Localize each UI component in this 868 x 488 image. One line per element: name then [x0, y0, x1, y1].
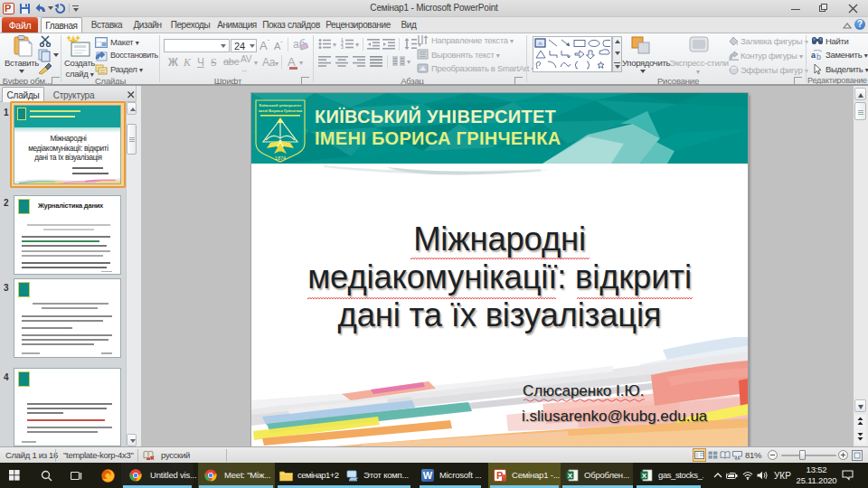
svg-text:1874: 1874 [275, 155, 286, 161]
svg-text:b: b [816, 52, 821, 61]
svg-text:X: X [568, 472, 573, 480]
svg-text:Київський університет: Київський університет [259, 103, 302, 108]
svg-text:імені Бориса Грінченка: імені Бориса Грінченка [259, 108, 303, 113]
svg-text:3: 3 [341, 44, 344, 50]
svg-text:X: X [642, 472, 647, 480]
